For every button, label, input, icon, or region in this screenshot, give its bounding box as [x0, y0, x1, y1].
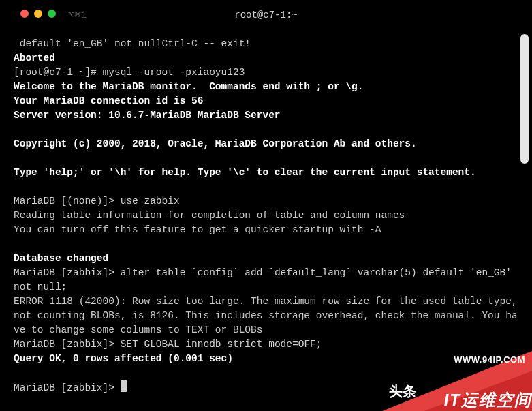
mariadb-prompt: MariaDB [zabbix]>	[14, 339, 121, 350]
tab-shortcut: ⌥⌘1	[68, 8, 87, 22]
blank-line	[14, 180, 518, 194]
output-line: Server version: 10.6.7-MariaDB MariaDB S…	[14, 108, 518, 123]
zoom-icon[interactable]	[48, 10, 56, 18]
prompt-line: [root@c7-1 ~]# mysql -uroot -pxiaoyu123	[14, 65, 518, 80]
output-line: Reading table information for completion…	[14, 209, 518, 223]
blank-line	[14, 123, 518, 137]
output-line: Your MariaDB connection id is 56	[14, 94, 518, 108]
output-line: Welcome to the MariaDB monitor. Commands…	[14, 80, 518, 94]
titlebar: ⌥⌘1 root@c7-1:~	[0, 0, 532, 30]
mariadb-prompt: MariaDB [zabbix]>	[14, 382, 121, 393]
mariadb-prompt: MariaDB [zabbix]>	[14, 267, 121, 278]
prompt-line: MariaDB [zabbix]> SET GLOBAL innodb_stri…	[14, 337, 518, 352]
shell-prompt: [root@c7-1 ~]#	[14, 67, 103, 78]
close-icon[interactable]	[20, 10, 29, 18]
output-line: You can turn off this feature to get a q…	[14, 223, 518, 237]
output-line: Database changed	[14, 252, 518, 266]
error-line: ERROR 1118 (42000): Row size too large. …	[14, 294, 518, 337]
output-line: default 'en_GB' not nullCtrl-C -- exit!	[14, 37, 518, 51]
blank-line	[14, 366, 518, 380]
sql-command: use zabbix	[121, 196, 180, 207]
blank-line	[14, 237, 518, 252]
scrollbar-thumb[interactable]	[520, 34, 529, 164]
minimize-icon[interactable]	[34, 10, 42, 18]
blank-line	[14, 151, 518, 166]
terminal-window: ⌥⌘1 root@c7-1:~ default 'en_GB' not null…	[0, 0, 532, 411]
output-line: Type 'help;' or '\h' for help. Type '\c'…	[14, 166, 518, 180]
window-controls	[20, 10, 56, 18]
shell-command: mysql -uroot -pxiaoyu123	[103, 67, 245, 78]
terminal-output[interactable]: default 'en_GB' not nullCtrl-C -- exit! …	[14, 37, 518, 411]
prompt-line: MariaDB [zabbix]> alter table `config` a…	[14, 266, 518, 294]
output-line: Aborted	[14, 51, 518, 65]
output-line: Query OK, 0 rows affected (0.001 sec)	[14, 352, 518, 366]
sql-command: SET GLOBAL innodb_strict_mode=OFF;	[121, 339, 322, 350]
output-line: Copyright (c) 2000, 2018, Oracle, MariaD…	[14, 137, 518, 151]
prompt-line: MariaDB [zabbix]>	[14, 380, 518, 395]
cursor-icon	[121, 380, 127, 392]
prompt-line: MariaDB [(none)]> use zabbix	[14, 194, 518, 209]
mariadb-prompt: MariaDB [(none)]>	[14, 196, 121, 207]
watermark-text: 头条	[389, 384, 416, 399]
